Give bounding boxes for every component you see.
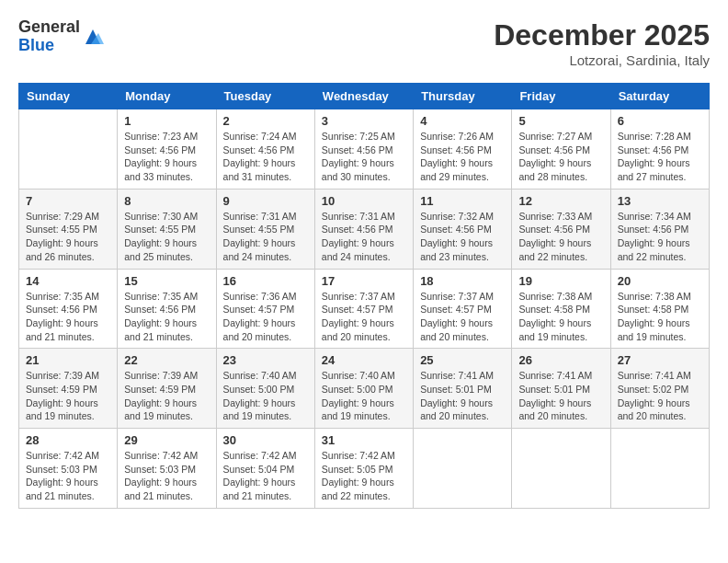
col-saturday: Saturday bbox=[610, 84, 709, 109]
day-info: Sunrise: 7:31 AMSunset: 4:56 PMDaylight:… bbox=[322, 210, 406, 264]
calendar-cell: 31Sunrise: 7:42 AMSunset: 5:05 PMDayligh… bbox=[314, 429, 413, 509]
calendar-cell: 15Sunrise: 7:35 AMSunset: 4:56 PMDayligh… bbox=[118, 269, 216, 349]
day-number: 10 bbox=[322, 194, 406, 208]
col-thursday: Thursday bbox=[414, 84, 512, 109]
day-info: Sunrise: 7:41 AMSunset: 5:02 PMDaylight:… bbox=[618, 369, 702, 423]
day-number: 7 bbox=[26, 194, 110, 208]
day-info: Sunrise: 7:29 AMSunset: 4:55 PMDaylight:… bbox=[26, 210, 110, 264]
calendar-week-row: 28Sunrise: 7:42 AMSunset: 5:03 PMDayligh… bbox=[19, 429, 710, 509]
logo-text: General Blue bbox=[18, 18, 80, 55]
calendar-week-row: 21Sunrise: 7:39 AMSunset: 4:59 PMDayligh… bbox=[19, 349, 710, 429]
calendar-cell: 1Sunrise: 7:23 AMSunset: 4:56 PMDaylight… bbox=[118, 109, 216, 190]
col-friday: Friday bbox=[512, 84, 610, 109]
calendar-cell: 9Sunrise: 7:31 AMSunset: 4:55 PMDaylight… bbox=[216, 189, 314, 269]
logo: General Blue bbox=[18, 18, 104, 55]
day-number: 17 bbox=[322, 274, 406, 288]
calendar-cell bbox=[610, 429, 709, 509]
calendar-cell: 18Sunrise: 7:37 AMSunset: 4:57 PMDayligh… bbox=[414, 269, 512, 349]
day-info: Sunrise: 7:42 AMSunset: 5:03 PMDaylight:… bbox=[124, 449, 209, 503]
col-tuesday: Tuesday bbox=[216, 84, 314, 109]
day-number: 2 bbox=[223, 114, 308, 128]
calendar-cell: 26Sunrise: 7:41 AMSunset: 5:01 PMDayligh… bbox=[512, 349, 610, 429]
col-monday: Monday bbox=[118, 84, 216, 109]
calendar-cell bbox=[414, 429, 512, 509]
calendar-cell: 10Sunrise: 7:31 AMSunset: 4:56 PMDayligh… bbox=[314, 189, 413, 269]
calendar-cell: 24Sunrise: 7:40 AMSunset: 5:00 PMDayligh… bbox=[314, 349, 413, 429]
day-number: 29 bbox=[124, 433, 209, 447]
calendar-week-row: 14Sunrise: 7:35 AMSunset: 4:56 PMDayligh… bbox=[19, 269, 710, 349]
day-number: 28 bbox=[26, 433, 110, 447]
day-number: 27 bbox=[618, 353, 702, 367]
calendar-header-row: Sunday Monday Tuesday Wednesday Thursday… bbox=[19, 84, 710, 109]
day-number: 24 bbox=[322, 353, 406, 367]
day-info: Sunrise: 7:37 AMSunset: 4:57 PMDaylight:… bbox=[420, 290, 505, 344]
calendar-week-row: 7Sunrise: 7:29 AMSunset: 4:55 PMDaylight… bbox=[19, 189, 710, 269]
day-info: Sunrise: 7:37 AMSunset: 4:57 PMDaylight:… bbox=[322, 290, 406, 344]
day-number: 15 bbox=[124, 274, 209, 288]
day-number: 19 bbox=[518, 274, 603, 288]
calendar-cell: 11Sunrise: 7:32 AMSunset: 4:56 PMDayligh… bbox=[414, 189, 512, 269]
day-number: 8 bbox=[124, 194, 209, 208]
day-info: Sunrise: 7:40 AMSunset: 5:00 PMDaylight:… bbox=[322, 369, 406, 423]
calendar-cell: 8Sunrise: 7:30 AMSunset: 4:55 PMDaylight… bbox=[118, 189, 216, 269]
calendar-cell bbox=[512, 429, 610, 509]
logo-icon bbox=[82, 26, 104, 48]
day-number: 20 bbox=[618, 274, 702, 288]
day-number: 12 bbox=[518, 194, 603, 208]
calendar-cell: 29Sunrise: 7:42 AMSunset: 5:03 PMDayligh… bbox=[118, 429, 216, 509]
day-info: Sunrise: 7:28 AMSunset: 4:56 PMDaylight:… bbox=[618, 130, 702, 184]
day-number: 22 bbox=[124, 353, 209, 367]
calendar-cell: 25Sunrise: 7:41 AMSunset: 5:01 PMDayligh… bbox=[414, 349, 512, 429]
day-number: 4 bbox=[420, 114, 505, 128]
day-info: Sunrise: 7:34 AMSunset: 4:56 PMDaylight:… bbox=[618, 210, 702, 264]
calendar-cell: 16Sunrise: 7:36 AMSunset: 4:57 PMDayligh… bbox=[216, 269, 314, 349]
day-info: Sunrise: 7:33 AMSunset: 4:56 PMDaylight:… bbox=[518, 210, 603, 264]
calendar-cell: 17Sunrise: 7:37 AMSunset: 4:57 PMDayligh… bbox=[314, 269, 413, 349]
day-info: Sunrise: 7:30 AMSunset: 4:55 PMDaylight:… bbox=[124, 210, 209, 264]
calendar-cell: 20Sunrise: 7:38 AMSunset: 4:58 PMDayligh… bbox=[610, 269, 709, 349]
col-sunday: Sunday bbox=[19, 84, 118, 109]
day-number: 3 bbox=[322, 114, 406, 128]
day-info: Sunrise: 7:24 AMSunset: 4:56 PMDaylight:… bbox=[223, 130, 308, 184]
calendar-cell: 23Sunrise: 7:40 AMSunset: 5:00 PMDayligh… bbox=[216, 349, 314, 429]
day-info: Sunrise: 7:31 AMSunset: 4:55 PMDaylight:… bbox=[223, 210, 308, 264]
calendar-cell: 6Sunrise: 7:28 AMSunset: 4:56 PMDaylight… bbox=[610, 109, 709, 190]
day-info: Sunrise: 7:42 AMSunset: 5:05 PMDaylight:… bbox=[322, 449, 406, 503]
day-info: Sunrise: 7:35 AMSunset: 4:56 PMDaylight:… bbox=[26, 290, 110, 344]
day-info: Sunrise: 7:32 AMSunset: 4:56 PMDaylight:… bbox=[420, 210, 505, 264]
day-info: Sunrise: 7:23 AMSunset: 4:56 PMDaylight:… bbox=[124, 130, 209, 184]
col-wednesday: Wednesday bbox=[314, 84, 413, 109]
calendar-body: 1Sunrise: 7:23 AMSunset: 4:56 PMDaylight… bbox=[19, 109, 710, 509]
day-number: 9 bbox=[223, 194, 308, 208]
day-info: Sunrise: 7:38 AMSunset: 4:58 PMDaylight:… bbox=[618, 290, 702, 344]
day-number: 6 bbox=[618, 114, 702, 128]
day-info: Sunrise: 7:40 AMSunset: 5:00 PMDaylight:… bbox=[223, 369, 308, 423]
calendar-table: Sunday Monday Tuesday Wednesday Thursday… bbox=[18, 83, 710, 509]
calendar-cell: 13Sunrise: 7:34 AMSunset: 4:56 PMDayligh… bbox=[610, 189, 709, 269]
title-block: December 2025 Lotzorai, Sardinia, Italy bbox=[494, 18, 710, 68]
day-number: 11 bbox=[420, 194, 505, 208]
calendar-week-row: 1Sunrise: 7:23 AMSunset: 4:56 PMDaylight… bbox=[19, 109, 710, 190]
calendar-cell: 5Sunrise: 7:27 AMSunset: 4:56 PMDaylight… bbox=[512, 109, 610, 190]
calendar-cell: 12Sunrise: 7:33 AMSunset: 4:56 PMDayligh… bbox=[512, 189, 610, 269]
day-info: Sunrise: 7:39 AMSunset: 4:59 PMDaylight:… bbox=[124, 369, 209, 423]
calendar-cell: 22Sunrise: 7:39 AMSunset: 4:59 PMDayligh… bbox=[118, 349, 216, 429]
calendar-cell: 2Sunrise: 7:24 AMSunset: 4:56 PMDaylight… bbox=[216, 109, 314, 190]
day-info: Sunrise: 7:38 AMSunset: 4:58 PMDaylight:… bbox=[518, 290, 603, 344]
day-number: 5 bbox=[518, 114, 603, 128]
day-info: Sunrise: 7:39 AMSunset: 4:59 PMDaylight:… bbox=[26, 369, 110, 423]
day-number: 25 bbox=[420, 353, 505, 367]
day-info: Sunrise: 7:26 AMSunset: 4:56 PMDaylight:… bbox=[420, 130, 505, 184]
day-info: Sunrise: 7:35 AMSunset: 4:56 PMDaylight:… bbox=[124, 290, 209, 344]
calendar-cell: 4Sunrise: 7:26 AMSunset: 4:56 PMDaylight… bbox=[414, 109, 512, 190]
calendar-cell: 7Sunrise: 7:29 AMSunset: 4:55 PMDaylight… bbox=[19, 189, 118, 269]
day-info: Sunrise: 7:42 AMSunset: 5:03 PMDaylight:… bbox=[26, 449, 110, 503]
day-number: 30 bbox=[223, 433, 308, 447]
day-number: 16 bbox=[223, 274, 308, 288]
logo-blue: Blue bbox=[18, 37, 80, 55]
day-number: 31 bbox=[322, 433, 406, 447]
calendar-cell bbox=[19, 109, 118, 190]
page-header: General Blue December 2025 Lotzorai, Sar… bbox=[18, 18, 710, 68]
day-number: 18 bbox=[420, 274, 505, 288]
day-number: 23 bbox=[223, 353, 308, 367]
